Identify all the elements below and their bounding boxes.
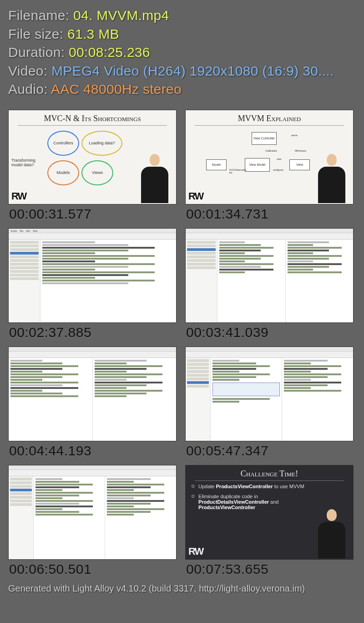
timestamp: 00:00:31.577 — [8, 204, 179, 222]
text: to use MVVM — [273, 484, 304, 489]
thumbnail-frame — [185, 228, 354, 323]
filename-row: Filename: 04. MVVM.mp4 — [8, 6, 356, 25]
timestamp: 00:06:50.501 — [8, 560, 179, 577]
text-bold: ProductsViewController — [216, 484, 273, 489]
editor-split — [9, 240, 176, 323]
thumbnail-cell: 00:04:44.193 — [8, 347, 179, 459]
duration-row: Duration: 00:08:25.236 — [8, 43, 356, 62]
edge-uses: uses — [277, 158, 282, 160]
code-editor-left — [217, 240, 285, 323]
filesize-label: File size: — [8, 26, 67, 41]
thumbnail-frame: Xcode File Edit View — [8, 228, 177, 323]
thumbnail-cell: 00:03:41.039 — [185, 228, 356, 340]
text: Eliminate duplicate code in — [198, 494, 258, 499]
text: Update — [198, 484, 216, 489]
thumbnail-frame: MVVM Explained View Controller Model Vie… — [185, 110, 354, 204]
box-view: View — [289, 159, 310, 170]
thumbnail-cell: MVC-N & Its Shortcomings Controllers Loa… — [8, 110, 179, 222]
filesize-value: 61.3 MB — [67, 26, 119, 41]
thumbnail-cell: 00:06:50.501 — [8, 465, 179, 577]
text: and — [269, 499, 278, 505]
thumbnail-cell: Xcode File Edit View — [8, 228, 179, 340]
filesize-row: File size: 61.3 MB — [8, 25, 356, 44]
slide-title: MVVM Explained — [195, 110, 344, 126]
thumbnail-frame: MVC-N & Its Shortcomings Controllers Loa… — [8, 110, 177, 204]
video-value: MPEG4 Video (H264) 1920x1080 (16:9) 30..… — [51, 63, 334, 78]
thumbnail-grid: MVC-N & Its Shortcomings Controllers Loa… — [0, 103, 364, 580]
generator-footer: Generated with Light Alloy v4.10.2 (buil… — [0, 580, 364, 597]
editor-split — [9, 358, 176, 441]
slide-title: Challenge Time! — [195, 465, 344, 481]
edge-owns: owns — [291, 134, 298, 137]
edge-callbacks: Callbacks — [265, 149, 277, 152]
code-editor-right — [282, 358, 353, 441]
challenge-item: Update ProductsViewController to use MVV… — [186, 481, 353, 491]
xcode-toolbar — [186, 352, 353, 358]
box-viewcontroller: View Controller — [252, 132, 277, 145]
editor-split — [186, 240, 353, 323]
code-editor-left — [34, 476, 105, 560]
edge-ibactions: IBActions — [295, 149, 306, 152]
thumbnail-cell: Challenge Time! Update ProductsViewContr… — [185, 465, 356, 577]
project-navigator — [9, 240, 40, 323]
edge-configures: configures — [273, 169, 283, 171]
xcode-toolbar — [9, 233, 176, 240]
xcode-toolbar — [186, 233, 353, 240]
edge-kvo: KVO/Observable etc — [229, 169, 243, 174]
presenter-figure — [316, 154, 348, 204]
menu-item: Xcode — [10, 230, 17, 232]
box-model: Model — [206, 159, 227, 170]
filename-label: Filename: — [8, 8, 73, 23]
code-editor-left — [211, 358, 282, 441]
rw-logo: RW — [188, 190, 203, 202]
timestamp: 00:03:41.039 — [185, 323, 356, 340]
thumbnail-frame — [185, 347, 354, 441]
code-editor-left — [9, 358, 92, 441]
xcode-menubar — [186, 347, 353, 352]
text-bold: ProductsViewController — [198, 505, 255, 510]
thumbnail-cell: 00:05:47.347 — [185, 347, 356, 459]
xcode-toolbar — [9, 470, 176, 476]
timestamp: 00:02:37.885 — [8, 323, 179, 340]
duration-label: Duration: — [8, 45, 69, 60]
editor-split — [9, 476, 176, 560]
presenter-figure — [316, 509, 348, 559]
thumbnail-frame — [8, 347, 177, 441]
menu-item: View — [33, 230, 38, 232]
circle-views: Views — [81, 160, 113, 185]
video-row: Video: MPEG4 Video (H264) 1920x1080 (16:… — [8, 62, 356, 81]
timestamp: 00:07:53.655 — [185, 560, 356, 577]
slide-title: MVC-N & Its Shortcomings — [18, 110, 167, 126]
audio-value: AAC 48000Hz stereo — [51, 82, 182, 97]
timestamp: 00:01:34.731 — [185, 204, 356, 222]
thumbnail-frame — [8, 465, 177, 560]
circle-models: Models — [47, 160, 79, 185]
filename-value: 04. MVVM.mp4 — [73, 8, 169, 23]
xcode-menubar: Xcode File Edit View — [9, 229, 176, 233]
audio-label: Audio: — [8, 82, 51, 97]
project-navigator — [9, 476, 34, 560]
project-navigator — [186, 240, 217, 323]
xcode-menubar — [9, 465, 176, 470]
code-editor — [40, 240, 176, 323]
duration-value: 00:08:25.236 — [69, 45, 150, 60]
thumbnail-frame: Challenge Time! Update ProductsViewContr… — [185, 465, 354, 560]
editor-split — [186, 358, 353, 441]
thumbnail-cell: MVVM Explained View Controller Model Vie… — [185, 110, 356, 222]
xcode-menubar — [186, 229, 353, 233]
menu-item: File — [20, 230, 23, 232]
timestamp: 00:05:47.347 — [185, 441, 356, 459]
menu-item: Edit — [26, 230, 30, 232]
text-bold: ProductDetailsViewController — [198, 499, 269, 505]
label-transforming: Transforming model data? — [11, 158, 46, 167]
timestamp: 00:04:44.193 — [8, 441, 179, 459]
audio-row: Audio: AAC 48000Hz stereo — [8, 80, 356, 99]
xcode-menubar — [9, 347, 176, 352]
video-label: Video: — [8, 63, 51, 78]
circle-loading: Loading data? — [81, 131, 122, 156]
presenter-figure — [139, 154, 171, 204]
file-info-header: Filename: 04. MVVM.mp4 File size: 61.3 M… — [0, 0, 364, 103]
code-editor-right — [105, 476, 176, 560]
circle-controllers: Controllers — [47, 131, 79, 156]
rw-logo: RW — [188, 546, 203, 557]
